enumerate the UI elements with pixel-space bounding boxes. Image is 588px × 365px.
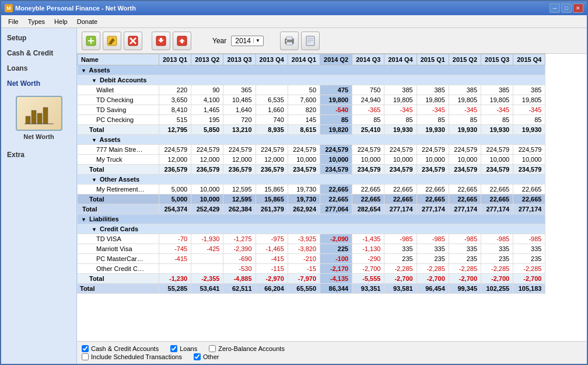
print-button[interactable] bbox=[280, 32, 299, 50]
svg-rect-21 bbox=[306, 36, 314, 46]
table-container[interactable]: Name 2013 Q1 2013 Q2 2013 Q3 2013 Q4 201… bbox=[77, 54, 587, 341]
sidebar-icon-label: Net Worth bbox=[23, 133, 54, 140]
col-2015q2: 2015 Q2 bbox=[449, 54, 481, 65]
window-title: Moneyble Personal Finance - Net Worth bbox=[15, 5, 136, 12]
table-row: Total55,28553,64162,51166,20465,55086,34… bbox=[78, 284, 545, 294]
table-row: Total12,7955,85013,2108,9358,61519,82025… bbox=[78, 125, 545, 135]
subsection-credit-cards: ▼ Credit Cards bbox=[78, 224, 545, 234]
subsection-debit-accounts: ▼ Debit Accounts bbox=[78, 75, 545, 85]
sidebar-item-setup[interactable]: Setup bbox=[1, 30, 76, 46]
menu-help[interactable]: Help bbox=[50, 17, 72, 26]
content-area: Year 2014 ▼ Name bbox=[77, 28, 587, 364]
title-bar-left: M Moneyble Personal Finance - Net Worth bbox=[5, 4, 136, 12]
sidebar: Setup Cash & Credit Loans Net Worth Net … bbox=[1, 28, 77, 364]
subsection-assets: ▼ Assets bbox=[78, 135, 545, 145]
import-button[interactable] bbox=[152, 32, 170, 50]
menu-bar: File Types Help Donate bbox=[1, 15, 587, 28]
sidebar-item-cash-credit[interactable]: Cash & Credit bbox=[1, 46, 76, 61]
table-row: Marriott Visa-745-425-2,390-1,465-3,8202… bbox=[78, 244, 545, 254]
table-row: Total236,579236,579236,579236,579234,579… bbox=[78, 165, 545, 175]
table-row: Wallet2209036550475750385385385385385 bbox=[78, 85, 545, 95]
maximize-button[interactable]: □ bbox=[561, 4, 572, 13]
section-liabilities: ▼ Liabilities bbox=[78, 214, 545, 224]
col-2014q1: 2014 Q1 bbox=[288, 54, 320, 65]
sidebar-icon-area: Net Worth bbox=[1, 91, 76, 145]
table-row: My Retirement…5,00010,00012,59515,86519,… bbox=[78, 185, 545, 194]
subsection-other-assets: ▼ Other Assets bbox=[78, 175, 545, 185]
col-2014q3: 2014 Q3 bbox=[352, 54, 384, 65]
svg-rect-3 bbox=[43, 107, 48, 124]
sidebar-item-loans[interactable]: Loans bbox=[1, 61, 76, 76]
checkbox-loans[interactable]: Loans bbox=[170, 345, 197, 352]
checkbox-zero-balance[interactable]: Zero-Balance Accounts bbox=[209, 345, 285, 352]
title-controls: ─ □ ✕ bbox=[550, 4, 583, 13]
checkbox-cash-credit[interactable]: Cash & Credit Accounts bbox=[82, 345, 159, 352]
report-button[interactable] bbox=[301, 32, 320, 50]
table-row: Total5,00010,00012,59515,86519,73022,665… bbox=[78, 194, 545, 204]
year-arrow-icon[interactable]: ▼ bbox=[253, 38, 262, 43]
sidebar-item-extra[interactable]: Extra bbox=[1, 147, 76, 162]
svg-rect-1 bbox=[32, 110, 36, 124]
table-row: Other Credit C…-530-115-15-2,170-2,700-2… bbox=[78, 264, 545, 274]
year-value: 2014 bbox=[233, 37, 253, 45]
minimize-button[interactable]: ─ bbox=[550, 4, 560, 13]
delete-button[interactable] bbox=[124, 32, 142, 50]
table-row: TD VISA-70-1,930-1,275-975-3,925-2,090-1… bbox=[78, 234, 545, 244]
svg-rect-20 bbox=[286, 40, 287, 41]
net-worth-table: Name 2013 Q1 2013 Q2 2013 Q3 2013 Q4 201… bbox=[77, 54, 545, 294]
year-dropdown[interactable]: 2014 ▼ bbox=[231, 36, 264, 46]
table-row: My Truck12,00012,00012,00012,00010,00010… bbox=[78, 155, 545, 165]
menu-donate[interactable]: Donate bbox=[72, 17, 102, 26]
svg-rect-0 bbox=[26, 116, 30, 124]
col-2013q2: 2013 Q2 bbox=[191, 54, 223, 65]
menu-file[interactable]: File bbox=[4, 17, 23, 26]
add-button[interactable] bbox=[82, 32, 100, 50]
col-2015q1: 2015 Q1 bbox=[416, 54, 449, 65]
edit-button[interactable] bbox=[103, 32, 121, 50]
checkbox-row-1: Cash & Credit Accounts Loans Zero-Balanc… bbox=[82, 345, 582, 352]
svg-rect-19 bbox=[286, 42, 292, 45]
col-name: Name bbox=[78, 54, 159, 65]
checkbox-scheduled[interactable]: Include Scheduled Transactions bbox=[82, 353, 182, 360]
col-2015q4: 2015 Q4 bbox=[513, 54, 545, 65]
menu-types[interactable]: Types bbox=[23, 17, 50, 26]
bottom-bar: Cash & Credit Accounts Loans Zero-Balanc… bbox=[77, 341, 587, 364]
col-2013q3: 2013 Q3 bbox=[223, 54, 256, 65]
title-bar: M Moneyble Personal Finance - Net Worth … bbox=[1, 1, 587, 15]
year-label: Year bbox=[212, 37, 226, 45]
table-row: Total-1,230-2,355-4,885-2,970-7,970-4,13… bbox=[78, 274, 545, 284]
main-layout: Setup Cash & Credit Loans Net Worth Net … bbox=[1, 28, 587, 364]
main-window: M Moneyble Personal Finance - Net Worth … bbox=[0, 0, 588, 365]
svg-rect-2 bbox=[37, 113, 42, 124]
checkbox-row-2: Include Scheduled Transactions Other bbox=[82, 353, 582, 360]
export-button[interactable] bbox=[173, 32, 191, 50]
section-assets: ▼ Assets bbox=[78, 65, 545, 75]
col-2014q2: 2014 Q2 bbox=[320, 54, 352, 65]
table-row: PC MasterCar…-415-690-415-210-100-290235… bbox=[78, 254, 545, 264]
table-row: 777 Main Stre…224,579224,579224,579224,5… bbox=[78, 145, 545, 155]
col-2013q1: 2013 Q1 bbox=[159, 54, 191, 65]
toolbar: Year 2014 ▼ bbox=[77, 28, 587, 54]
app-icon: M bbox=[5, 4, 13, 12]
close-button[interactable]: ✕ bbox=[573, 4, 583, 13]
svg-rect-9 bbox=[108, 43, 112, 44]
svg-rect-18 bbox=[286, 37, 292, 40]
sidebar-item-net-worth[interactable]: Net Worth bbox=[1, 76, 76, 91]
col-2013q4: 2013 Q4 bbox=[256, 54, 288, 65]
table-header-row: Name 2013 Q1 2013 Q2 2013 Q3 2013 Q4 201… bbox=[78, 54, 545, 65]
net-worth-icon[interactable] bbox=[16, 96, 62, 131]
col-2015q3: 2015 Q3 bbox=[481, 54, 513, 65]
table-row: Total254,374252,429262,384261,379262,924… bbox=[78, 204, 545, 214]
table-row: PC Checking51519572074014585858585858585 bbox=[78, 115, 545, 125]
table-row: TD Saving8,4101,4651,6401,660820-540-365… bbox=[78, 105, 545, 115]
checkbox-other[interactable]: Other bbox=[194, 353, 219, 360]
col-2014q4: 2014 Q4 bbox=[384, 54, 416, 65]
table-row: TD Checking3,6504,10010,4856,5357,60019,… bbox=[78, 95, 545, 105]
